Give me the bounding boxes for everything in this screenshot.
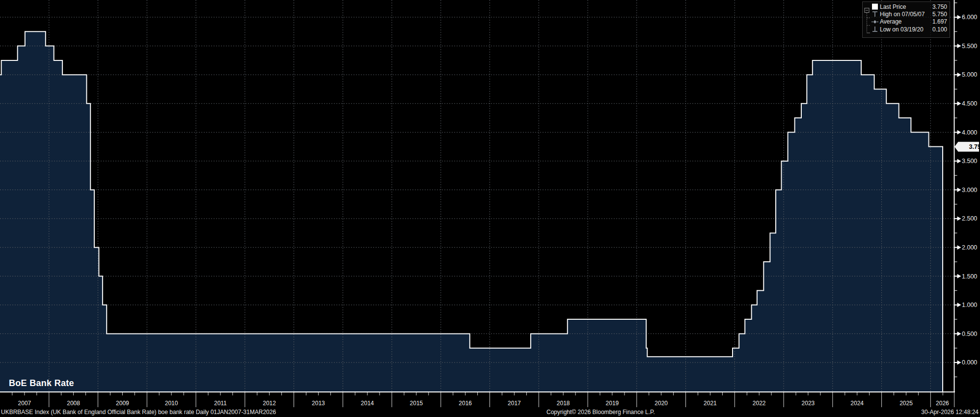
legend-label: High on 07/05/07 [880,11,925,18]
legend-value: 5.750 [932,11,947,18]
legend-label: Low on 03/19/20 [880,26,924,33]
high-marker-icon [871,11,879,17]
low-marker-icon [871,26,879,32]
x-year-label: 2018 [557,400,570,407]
swatch-marker-icon [871,3,879,10]
y-axis: 6.0005.5005.0004.5004.0003.5003.0002.500… [954,0,978,392]
chart-title: BoE Bank Rate [9,378,74,389]
x-year-label: 2011 [214,400,227,407]
status-copyright: Copyright© 2026 Bloomberg Finance L.P. [546,409,655,416]
y-tick-arrow-icon [957,303,961,307]
x-year-label: 2012 [263,400,276,407]
y-tick-label: 0.500 [962,331,977,337]
last-price-badge-value: 3.750 [969,143,980,150]
y-tick-arrow-icon [957,101,961,106]
y-tick-label: 1.000 [962,302,977,308]
y-tick-label: 4.500 [962,100,977,107]
y-tick-label: 0.000 [962,359,977,366]
x-year-label: 2014 [361,400,374,407]
y-tick-arrow-icon [957,15,961,20]
y-tick-arrow-icon [957,332,961,336]
legend-marker-cell [871,19,880,25]
legend-value: 3.750 [932,3,947,10]
x-year-label: 2016 [459,400,472,407]
legend-rows: Last Price3.750High on 07/05/075.750Aver… [863,3,947,33]
status-timestamp: 30-Apr-2026 12:48:24 [921,409,979,416]
x-year-label: 2020 [654,400,668,407]
y-tick-label: 5.500 [962,43,977,50]
legend-row-average[interactable]: Average1.697 [863,18,947,26]
y-tick-arrow-icon [957,188,961,192]
y-tick-arrow-icon [957,159,961,163]
y-tick-label: 4.000 [962,129,977,136]
legend-value: 1.697 [932,18,947,25]
legend-label: Average [880,18,901,25]
y-tick-label: 1.500 [962,273,977,280]
legend-marker-cell [871,26,880,32]
y-tick-arrow-icon [957,130,961,135]
x-year-label: 2025 [899,400,913,407]
legend-row-low-on-03-19-20[interactable]: Low on 03/19/200.100 [863,26,947,33]
rate-chart-plot[interactable]: 2007200820092010201120122013201420152016… [0,0,980,417]
y-tick-arrow-icon [957,217,961,221]
legend-row-high-on-07-05-07[interactable]: High on 07/05/075.750 [863,10,947,18]
status-security-description: UKBRBASE Index (UK Bank of England Offic… [1,409,276,416]
y-tick-label: 3.000 [962,187,977,194]
legend-row-last-price[interactable]: Last Price3.750 [863,3,947,10]
x-year-label: 2019 [606,400,619,407]
last-price-badge: 3.750 [954,142,980,152]
average-marker-icon [871,19,879,25]
x-year-label: 2008 [67,400,80,407]
legend-marker-cell [871,11,880,17]
y-tick-label: 5.000 [962,71,977,78]
legend-value: 0.100 [932,26,947,33]
y-tick-label: 6.000 [962,14,977,21]
legend-marker-cell [871,3,880,10]
y-tick-label: 2.500 [962,215,977,222]
x-year-label: 2007 [18,400,31,407]
x-year-label: 2022 [753,400,766,407]
y-tick-arrow-icon [957,361,961,365]
y-tick-label: 2.000 [962,244,977,251]
x-year-label: 2017 [508,400,521,407]
y-tick-arrow-icon [957,245,961,250]
y-tick-arrow-icon [957,73,961,77]
x-year-label: 2026 [936,400,949,407]
legend-box[interactable]: Last Price3.750High on 07/05/075.750Aver… [862,1,950,38]
y-tick-arrow-icon [957,44,961,48]
status-bar: UKBRBASE Index (UK Bank of England Offic… [0,408,980,417]
area-fill [0,31,943,391]
x-year-label: 2010 [165,400,178,407]
x-year-label: 2009 [116,400,129,407]
x-year-label: 2015 [410,400,423,407]
x-year-label: 2021 [704,400,717,407]
y-tick-label: 3.500 [962,158,977,165]
x-year-label: 2024 [850,400,864,407]
legend-label: Last Price [880,3,906,10]
x-year-label: 2013 [312,400,325,407]
x-year-label: 2023 [802,400,815,407]
y-tick-arrow-icon [957,274,961,278]
x-axis: 2007200820092010201120122013201420152016… [0,391,955,407]
bloomberg-chart-window: 2007200820092010201120122013201420152016… [0,0,980,417]
